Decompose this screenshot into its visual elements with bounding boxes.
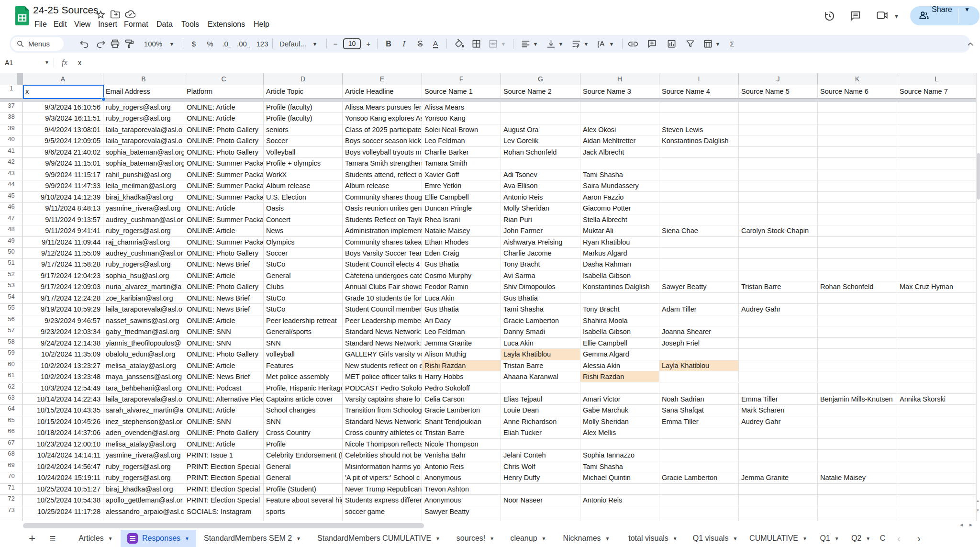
cell-J37[interactable]: [739, 102, 818, 113]
cell-C58[interactable]: ONLINE: SNN: [184, 338, 264, 349]
cell-K60[interactable]: [818, 360, 897, 371]
cell-I63[interactable]: Noah Sadrian: [659, 394, 739, 405]
font-family-caret[interactable]: ▼: [309, 35, 321, 53]
cell-B54[interactable]: zoe_karibian@asl.org: [103, 293, 184, 304]
cell-G51[interactable]: Tony Bracht: [501, 259, 580, 270]
cell-G52[interactable]: Avi Sarma: [501, 270, 580, 281]
number-format-button[interactable]: 123: [256, 35, 268, 53]
cell-E68[interactable]: Celebrities should not be: [343, 450, 422, 461]
horizontal-scrollbar[interactable]: ◄ ►: [0, 521, 980, 530]
cell-K73[interactable]: [818, 506, 897, 517]
format-percent-button[interactable]: %: [204, 35, 216, 53]
row-header-62[interactable]: 62: [0, 383, 23, 394]
cell-C38[interactable]: ONLINE: Article: [184, 113, 264, 124]
cell-J52[interactable]: [739, 270, 818, 281]
cell-A70[interactable]: 10/24/2024 15:19:11: [23, 472, 103, 483]
cell-G68[interactable]: Jelani Conteh: [501, 450, 580, 461]
cell-E54[interactable]: Grade 10 students tie for: [343, 293, 422, 304]
cell-C52[interactable]: ONLINE: Article: [184, 270, 264, 281]
cell-B64[interactable]: sarah_alvarez_martin@a: [103, 405, 184, 416]
column-header-D[interactable]: D: [264, 73, 343, 85]
cell-H53[interactable]: Konstantinos Dalglish: [580, 281, 659, 292]
cell-C68[interactable]: PRINT: Issue 1: [184, 450, 264, 461]
cell-L66[interactable]: [897, 427, 976, 438]
cell-B51[interactable]: ruby_rogers@asl.org: [103, 259, 184, 270]
bold-button[interactable]: B: [382, 35, 395, 53]
cell-F49[interactable]: Ethan Rhodes: [422, 237, 501, 248]
cell-D64[interactable]: School changes: [264, 405, 343, 416]
cell-C61[interactable]: ONLINE: News Brief: [184, 371, 264, 382]
cell-J65[interactable]: Audrey Gahr: [739, 416, 818, 427]
cell-D46[interactable]: Oasis: [264, 203, 343, 214]
cell-G40[interactable]: Lev Gorelik: [501, 135, 580, 146]
cell-I70[interactable]: Gracie Lamberton: [659, 472, 739, 483]
cell-F53[interactable]: Feodor Ramin: [422, 281, 501, 292]
cell-D67[interactable]: Profile: [264, 439, 343, 450]
cell-H61[interactable]: Rishi Razdan: [580, 371, 659, 382]
cell-D69[interactable]: General: [264, 461, 343, 472]
cell-L48[interactable]: [897, 225, 976, 236]
scroll-down-arrow[interactable]: ▼: [976, 508, 980, 513]
cell-A40[interactable]: 9/5/2024 12:09:05: [23, 135, 103, 146]
cell-F40[interactable]: Leo Feldman: [422, 135, 501, 146]
cell-D57[interactable]: General/sports: [264, 326, 343, 337]
cell-K52[interactable]: [818, 270, 897, 281]
cell-H54[interactable]: [580, 293, 659, 304]
cell-L50[interactable]: [897, 248, 976, 259]
cell-D37[interactable]: Profile (faculty): [264, 102, 343, 113]
cell-F46[interactable]: Duncan Pringle: [422, 203, 501, 214]
cell-K48[interactable]: [818, 225, 897, 236]
cell-J64[interactable]: Mark Scharen: [739, 405, 818, 416]
cell-I39[interactable]: Steven Lewis: [659, 124, 739, 135]
cell-A45[interactable]: 9/10/2024 14:12:39: [23, 192, 103, 203]
column-header-K[interactable]: K: [818, 73, 897, 85]
cell-K68[interactable]: [818, 450, 897, 461]
cell-K53[interactable]: Rohan Schonfeld: [818, 281, 897, 292]
cell-I60[interactable]: Layla Khatiblou: [659, 360, 739, 371]
cell-A54[interactable]: 9/17/2024 12:24:28: [23, 293, 103, 304]
row-header-47[interactable]: 47: [0, 214, 23, 225]
cell-E58[interactable]: Standard News Network:: [343, 338, 422, 349]
cell-B47[interactable]: audrey_cushman@asl.or: [103, 214, 184, 225]
cell-I62[interactable]: [659, 383, 739, 394]
cell-E42[interactable]: Tamara Smith strengthen: [343, 158, 422, 169]
menu-data[interactable]: Data: [156, 19, 173, 30]
cell-E72[interactable]: Students express differer: [343, 495, 422, 506]
fill-color-icon[interactable]: [453, 35, 465, 53]
cell-D49[interactable]: Olympics: [264, 237, 343, 248]
cell-G67[interactable]: [501, 439, 580, 450]
cell-D38[interactable]: Profile (faculty): [264, 113, 343, 124]
cell-D52[interactable]: General: [264, 270, 343, 281]
cell-H47[interactable]: Stella Albrecht: [580, 214, 659, 225]
cell-A64[interactable]: 10/15/2024 10:43:35: [23, 405, 103, 416]
cell-B63[interactable]: laila_taraporevala@asl.o: [103, 394, 184, 405]
cell-E47[interactable]: Students Reflect on Taylo: [343, 214, 422, 225]
cell-A50[interactable]: 9/12/2024 11:55:09: [23, 248, 103, 259]
cell-I44[interactable]: [659, 180, 739, 191]
cell-A61[interactable]: 10/2/2024 13:23:48: [23, 371, 103, 382]
cell-H69[interactable]: Tami Shasha: [580, 461, 659, 472]
row-header-68[interactable]: 68: [0, 450, 23, 461]
column-header-B[interactable]: B: [103, 73, 184, 85]
cell-C55[interactable]: ONLINE: News Brief: [184, 304, 264, 315]
row-header-37[interactable]: 37: [0, 102, 23, 113]
cell-K58[interactable]: [818, 338, 897, 349]
cell-F66[interactable]: Tristan Barre: [422, 427, 501, 438]
cell-K45[interactable]: [818, 192, 897, 203]
row-header-70[interactable]: 70: [0, 472, 23, 483]
cell-B55[interactable]: laila_taraporevala@asl.o: [103, 304, 184, 315]
cell-E61[interactable]: MET police officer talks tc: [343, 371, 422, 382]
cell-D48[interactable]: News: [264, 225, 343, 236]
row-header-46[interactable]: 46: [0, 203, 23, 214]
menu-insert[interactable]: Insert: [98, 19, 117, 30]
cell-K39[interactable]: [818, 124, 897, 135]
cell-K42[interactable]: [818, 158, 897, 169]
undo-icon[interactable]: [78, 35, 90, 53]
row-header-54[interactable]: 54: [0, 293, 23, 304]
cell-J41[interactable]: [739, 147, 818, 158]
cell-F52[interactable]: Cosmo Murphy: [422, 270, 501, 281]
cell-A48[interactable]: 9/11/2024 9:41:41: [23, 225, 103, 236]
cell-L64[interactable]: [897, 405, 976, 416]
cell-C43[interactable]: ONLINE: Summer Packa: [184, 169, 264, 180]
sheet-tab-cleanup[interactable]: cleanup▼: [502, 530, 555, 547]
